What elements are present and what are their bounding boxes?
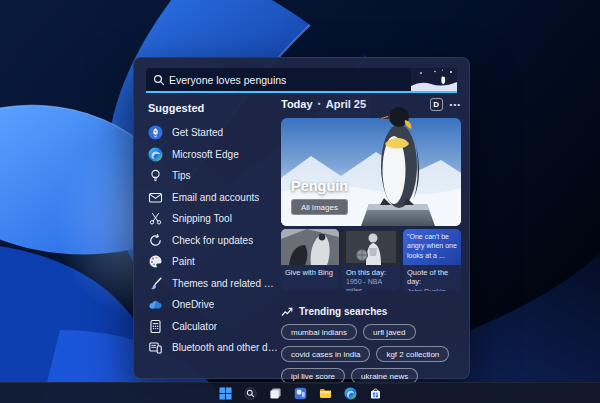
search-box[interactable]: [146, 68, 457, 93]
taskbar-edge-button[interactable]: [343, 386, 357, 400]
search-panel: Suggested Get Started Microsoft Edge Tip…: [133, 57, 470, 379]
task-view-icon: [269, 387, 282, 400]
calculator-icon: [148, 319, 163, 334]
trending-pill[interactable]: mumbai indians: [281, 324, 357, 340]
suggested-title: Suggested: [148, 102, 278, 114]
card-subcaption: 1950 - NBA miles...: [342, 277, 400, 291]
microsoft-edge-icon: [344, 387, 357, 400]
sidebar-item-label: Calculator: [172, 321, 217, 332]
microsoft-store-button[interactable]: [368, 386, 382, 400]
card-quote-of-the-day[interactable]: "One can't be angry when one looks at a …: [403, 229, 461, 291]
give-with-bing-image: [281, 229, 339, 265]
microsoft-store-icon: [369, 387, 382, 400]
sidebar-item-microsoft-edge[interactable]: Microsoft Edge: [146, 144, 278, 166]
sidebar-item-email-accounts[interactable]: Email and accounts: [146, 187, 278, 209]
trending-pills: mumbai indians urfi javed covid cases in…: [281, 324, 463, 384]
widgets-icon: [294, 387, 307, 400]
info-cards-row: Give with Bing On this day: 1950 - NBA m…: [281, 229, 461, 291]
today-separator: •: [318, 99, 321, 109]
sidebar-item-snipping-tool[interactable]: Snipping Tool: [146, 208, 278, 230]
microsoft-edge-icon: [148, 147, 163, 162]
sidebar-item-calculator[interactable]: Calculator: [146, 316, 278, 338]
taskbar-search-button[interactable]: [243, 386, 257, 400]
get-started-icon: [148, 125, 163, 140]
on-this-day-image: [342, 229, 400, 265]
today-title: Today: [281, 98, 313, 110]
today-date: April 25: [326, 98, 366, 110]
all-images-button[interactable]: All images: [291, 199, 348, 215]
sidebar-item-paint[interactable]: Paint: [146, 251, 278, 273]
trending-pill[interactable]: covid cases in india: [281, 346, 370, 362]
hero-card-penguin[interactable]: Penguin All images: [281, 118, 461, 226]
hero-title: Penguin: [291, 178, 348, 194]
sidebar-item-label: Get Started: [172, 127, 223, 138]
search-icon: [153, 74, 165, 86]
sidebar-item-onedrive[interactable]: OneDrive: [146, 294, 278, 316]
onedrive-cloud-icon: [148, 297, 163, 312]
sidebar-item-label: Email and accounts: [172, 192, 259, 203]
sidebar-item-label: Check for updates: [172, 235, 253, 246]
task-view-button[interactable]: [268, 386, 282, 400]
tips-lightbulb-icon: [148, 168, 163, 183]
sidebar-item-bluetooth-devices[interactable]: Bluetooth and other devices sett...: [146, 337, 278, 359]
trending-pill[interactable]: urfi javed: [363, 324, 415, 340]
widgets-button[interactable]: [293, 386, 307, 400]
sidebar-item-label: Snipping Tool: [172, 213, 232, 224]
trending-section: Trending searches mumbai indians urfi ja…: [281, 306, 463, 384]
quote-text: "One can't be angry when one looks at a …: [403, 229, 461, 265]
trending-arrow-icon: [281, 307, 293, 317]
search-input[interactable]: [165, 74, 411, 86]
card-give-with-bing[interactable]: Give with Bing: [281, 229, 339, 291]
paint-palette-icon: [148, 254, 163, 269]
trending-pill[interactable]: kgf 2 collection: [376, 346, 449, 362]
snipping-tool-icon: [148, 211, 163, 226]
sidebar-item-label: OneDrive: [172, 299, 214, 310]
sidebar-item-label: Microsoft Edge: [172, 149, 239, 160]
file-explorer-folder-icon: [319, 387, 332, 400]
card-caption: Quote of the day:: [403, 265, 461, 287]
sidebar-item-label: Tips: [172, 170, 191, 181]
windows-logo-icon: [219, 387, 232, 400]
card-on-this-day[interactable]: On this day: 1950 - NBA miles...: [342, 229, 400, 291]
sidebar-item-label: Bluetooth and other devices sett...: [172, 342, 278, 353]
paintbrush-icon: [148, 276, 163, 291]
sidebar-item-themes-settings[interactable]: Themes and related settings: [146, 273, 278, 295]
card-caption: On this day:: [342, 265, 400, 277]
devices-settings-icon: [148, 340, 163, 355]
sidebar-item-check-updates[interactable]: Check for updates: [146, 230, 278, 252]
card-subcaption: John Ruskin: [403, 287, 461, 291]
penguin-night-illustration: [411, 68, 457, 91]
sidebar-item-get-started[interactable]: Get Started: [146, 122, 278, 144]
suggested-section: Suggested Get Started Microsoft Edge Tip…: [146, 102, 278, 359]
sync-arrows-icon: [148, 233, 163, 248]
file-explorer-button[interactable]: [318, 386, 332, 400]
more-options-icon[interactable]: •••: [450, 98, 461, 111]
today-header: Today • April 25 D •••: [281, 96, 461, 112]
today-section: Today • April 25 D •••: [281, 96, 461, 118]
daily-badge[interactable]: D: [430, 98, 443, 111]
start-button[interactable]: [218, 386, 232, 400]
sidebar-item-label: Themes and related settings: [172, 278, 278, 289]
email-envelope-icon: [148, 190, 163, 205]
taskbar: [0, 382, 600, 403]
sidebar-item-label: Paint: [172, 256, 195, 267]
search-icon: [244, 387, 257, 400]
desktop: Suggested Get Started Microsoft Edge Tip…: [0, 0, 600, 403]
sidebar-item-tips[interactable]: Tips: [146, 165, 278, 187]
trending-title: Trending searches: [299, 306, 387, 317]
card-caption: Give with Bing: [281, 265, 339, 277]
